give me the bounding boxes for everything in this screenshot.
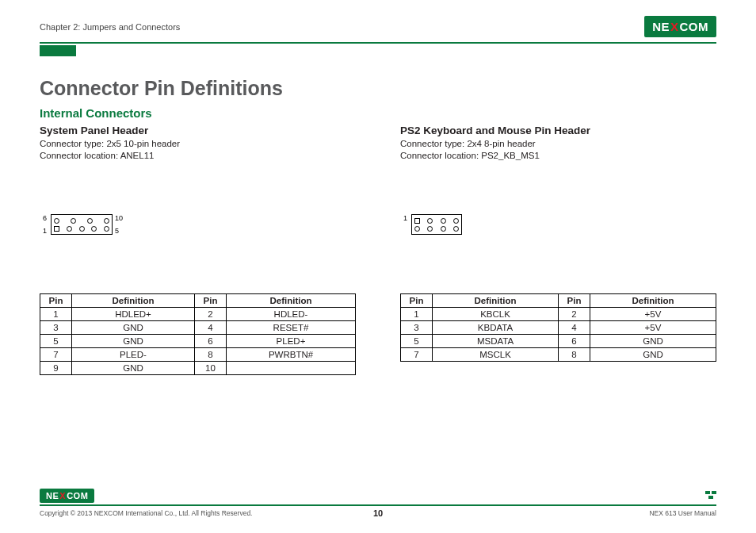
logo-text-post: COM <box>67 491 88 500</box>
pin-dot-icon <box>414 226 420 232</box>
cell: GND <box>590 335 716 348</box>
pin-label-6: 6 <box>43 214 47 222</box>
pin-dot-icon <box>91 226 97 232</box>
table-row: 7MSCLK8GND <box>401 348 716 362</box>
section-subtitle: Internal Connectors <box>40 106 716 120</box>
th-pin: Pin <box>194 294 226 308</box>
th-def: Definition <box>72 294 195 308</box>
pin-row <box>54 218 109 224</box>
right-column: PS2 Keyboard and Mouse Pin Header Connec… <box>400 125 716 375</box>
table-row: 9GND10 <box>40 362 356 375</box>
page-footer: NEXCOM Copyright © 2013 NEXCOM Internati… <box>40 489 716 517</box>
left-pin-table: Pin Definition Pin Definition 1HDLED+2HD… <box>40 293 356 375</box>
left-conn-type: Connector type: 2x5 10-pin header <box>40 139 356 148</box>
left-heading: System Panel Header <box>40 125 356 136</box>
page-title: Connector Pin Definitions <box>40 77 716 100</box>
manual-code: NEX 613 User Manual <box>649 509 716 517</box>
table-header-row: Pin Definition Pin Definition <box>40 294 356 308</box>
table-row: 3GND4RESET# <box>40 321 356 335</box>
cell: 5 <box>401 335 433 348</box>
cell: PLED- <box>72 348 195 362</box>
right-pin-table: Pin Definition Pin Definition 1KBCLK2+5V… <box>400 293 716 362</box>
pin-dot-icon <box>104 218 109 224</box>
table-row: 5MSDATA6GND <box>401 335 716 348</box>
cell <box>226 362 355 375</box>
cell: PLED+ <box>226 335 355 348</box>
logo-text-pre: NE <box>652 20 670 33</box>
right-conn-type: Connector type: 2x4 8-pin header <box>400 139 716 148</box>
cell: GND <box>72 335 195 348</box>
cell: GND <box>72 321 195 335</box>
pin-dot-icon <box>54 218 59 224</box>
table-row: 1HDLED+2HDLED- <box>40 308 356 321</box>
footer-mark-icon <box>705 491 716 500</box>
table-header-row: Pin Definition Pin Definition <box>401 294 716 308</box>
cell: HDLED- <box>226 308 355 321</box>
pin-row <box>414 218 459 224</box>
pin-dot-icon <box>79 226 85 232</box>
brand-logo: NEXCOM <box>644 16 716 37</box>
cell: 6 <box>559 335 590 348</box>
copyright-text: Copyright © 2013 NEXCOM International Co… <box>40 509 252 517</box>
pin-dot-icon <box>441 226 446 232</box>
cell: MSDATA <box>433 335 559 348</box>
pin-label-10: 10 <box>115 214 123 222</box>
left-column: System Panel Header Connector type: 2x5 … <box>40 125 356 375</box>
pin-label-5: 5 <box>115 227 119 235</box>
footer-logo: NEXCOM <box>40 489 94 503</box>
pin-dot-icon <box>441 218 446 224</box>
pin-row <box>54 226 109 232</box>
pin-label-1: 1 <box>43 227 47 235</box>
left-diagram: 6 10 1 5 <box>40 197 356 252</box>
cell: 6 <box>194 335 226 348</box>
th-def: Definition <box>590 294 716 308</box>
th-def: Definition <box>433 294 559 308</box>
cell: 8 <box>559 348 590 362</box>
cell: MSCLK <box>433 348 559 362</box>
table-row: 1KBCLK2+5V <box>401 308 716 321</box>
cell: +5V <box>590 321 716 335</box>
cell: HDLED+ <box>72 308 195 321</box>
cell: 1 <box>401 308 433 321</box>
th-pin: Pin <box>401 294 433 308</box>
cell: +5V <box>590 308 716 321</box>
th-def: Definition <box>226 294 355 308</box>
footer-rule <box>40 504 716 506</box>
cell: PWRBTN# <box>226 348 355 362</box>
cell: 7 <box>40 348 72 362</box>
logo-text-post: COM <box>680 20 709 33</box>
pin-dot-icon <box>427 226 433 232</box>
cell: 4 <box>559 321 590 335</box>
pin-row <box>414 226 459 232</box>
table-row: 5GND6PLED+ <box>40 335 356 348</box>
pin-dot-icon <box>453 218 459 224</box>
pin-dot-icon <box>87 218 93 224</box>
cell: 3 <box>40 321 72 335</box>
pin-label-1: 1 <box>403 214 407 222</box>
table-row: 3KBDATA4+5V <box>401 321 716 335</box>
th-pin: Pin <box>40 294 72 308</box>
left-conn-location: Connector location: ANEL11 <box>40 151 356 160</box>
cell: 2 <box>559 308 590 321</box>
logo-text-x: X <box>670 20 679 33</box>
cell: 9 <box>40 362 72 375</box>
pin-dot-icon <box>104 226 109 232</box>
cell: RESET# <box>226 321 355 335</box>
right-diagram: 1 <box>400 197 716 252</box>
page-header: Chapter 2: Jumpers and Connectors NEXCOM <box>40 16 716 37</box>
right-heading: PS2 Keyboard and Mouse Pin Header <box>400 125 716 136</box>
cell: 5 <box>40 335 72 348</box>
cell: GND <box>590 348 716 362</box>
logo-text-pre: NE <box>46 491 59 500</box>
content-columns: System Panel Header Connector type: 2x5 … <box>40 125 716 375</box>
logo-text-x: X <box>59 491 66 500</box>
cell: 8 <box>194 348 226 362</box>
cell: GND <box>72 362 195 375</box>
cell: KBCLK <box>433 308 559 321</box>
pin-square-icon <box>54 226 59 232</box>
pin-dot-icon <box>71 218 76 224</box>
table-row: 7PLED-8PWRBTN# <box>40 348 356 362</box>
header-2x4-box <box>411 214 462 235</box>
footer-row: Copyright © 2013 NEXCOM International Co… <box>40 509 716 517</box>
cell: KBDATA <box>433 321 559 335</box>
